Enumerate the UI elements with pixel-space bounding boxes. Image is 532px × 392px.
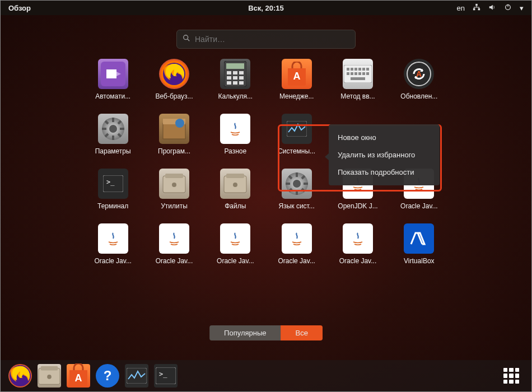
- svg-text:>_: >_: [159, 370, 167, 378]
- app-manager[interactable]: A Менедже...: [270, 59, 323, 100]
- show-apps-button[interactable]: [500, 365, 522, 387]
- app-software[interactable]: Програм...: [148, 114, 200, 155]
- ctx-new-window[interactable]: Новое окно: [329, 129, 440, 146]
- svg-rect-32: [362, 72, 365, 75]
- app-settings-icon: [98, 114, 128, 144]
- svg-rect-19: [239, 81, 244, 85]
- ctx-remove-favorite[interactable]: Удалить из избранного: [329, 146, 440, 164]
- network-icon[interactable]: [473, 3, 480, 13]
- svg-point-38: [109, 125, 117, 133]
- app-label: Oracle Jav...: [156, 257, 193, 265]
- tab-popular[interactable]: Популярные: [209, 325, 281, 340]
- app-web-browser-icon: [159, 59, 189, 89]
- svg-rect-23: [351, 68, 353, 71]
- folder-utils[interactable]: Утилиты: [148, 169, 200, 210]
- power-icon[interactable]: [504, 3, 512, 13]
- app-label: Терминал: [97, 202, 128, 210]
- svg-rect-13: [239, 71, 244, 74]
- app-label: Oracle Jav...: [339, 257, 376, 265]
- app-autostart[interactable]: Автомати...: [87, 59, 139, 100]
- app-web-browser[interactable]: Веб-брауз...: [148, 59, 200, 100]
- app-updates-icon: A: [404, 59, 434, 89]
- app-label: Метод вв...: [340, 92, 375, 100]
- dock-firefox[interactable]: [8, 364, 32, 388]
- tab-all[interactable]: Все: [281, 325, 323, 340]
- svg-text:A: A: [293, 71, 300, 82]
- svg-point-82: [47, 375, 52, 379]
- app-label: Веб-брауз...: [155, 92, 193, 100]
- app-label: Програм...: [158, 147, 190, 155]
- app-virtualbox-icon: [404, 223, 434, 254]
- activities-button[interactable]: Обзор: [8, 4, 31, 12]
- app-label: Утилиты: [161, 202, 188, 210]
- top-bar: Обзор Вск, 20:15 en ▾: [1, 1, 531, 15]
- app-calculator[interactable]: Калькуля...: [209, 59, 262, 100]
- search-bar[interactable]: [176, 30, 356, 49]
- app-input-method-icon: [343, 59, 373, 89]
- search-input[interactable]: [195, 35, 349, 44]
- app-oracle-java-6-icon: [343, 223, 373, 254]
- clock[interactable]: Вск, 20:15: [248, 4, 284, 12]
- svg-rect-26: [362, 68, 365, 71]
- svg-rect-29: [351, 72, 353, 75]
- ctx-show-details[interactable]: Показать подробности: [329, 164, 440, 181]
- svg-point-56: [172, 183, 176, 187]
- app-label: Менедже...: [279, 92, 314, 100]
- app-label: Oracle Jav...: [217, 257, 254, 265]
- app-oracle-java-2[interactable]: Oracle Jav...: [87, 223, 139, 265]
- app-label: Файлы: [225, 202, 246, 210]
- volume-icon[interactable]: [488, 3, 496, 13]
- app-terminal-icon: >_: [98, 169, 128, 199]
- svg-rect-7: [106, 69, 116, 78]
- app-virtualbox[interactable]: VirtualBox: [393, 223, 445, 265]
- svg-text:>_: >_: [106, 178, 115, 186]
- svg-rect-81: [41, 366, 58, 371]
- app-label: OpenJDK J...: [338, 202, 377, 210]
- svg-rect-18: [233, 81, 237, 85]
- svg-rect-25: [358, 68, 361, 71]
- svg-text:?: ?: [104, 368, 112, 383]
- app-terminal[interactable]: >_ Терминал: [87, 169, 139, 210]
- svg-text:A: A: [416, 69, 422, 78]
- app-oracle-java-5[interactable]: Oracle Jav...: [270, 223, 323, 265]
- app-label: Обновлен...: [400, 92, 437, 100]
- app-settings[interactable]: Параметры: [87, 114, 139, 155]
- svg-point-5: [184, 35, 188, 40]
- app-label: Разное: [225, 147, 247, 155]
- app-files[interactable]: Файлы: [209, 169, 262, 210]
- svg-rect-30: [354, 72, 357, 75]
- svg-rect-4: [507, 4, 508, 6]
- app-software-icon: [159, 114, 189, 144]
- dock: A?>_: [1, 360, 531, 391]
- language-indicator[interactable]: en: [457, 4, 465, 12]
- svg-rect-12: [233, 71, 237, 74]
- svg-rect-0: [475, 3, 478, 6]
- svg-rect-14: [227, 76, 231, 80]
- view-tabs: Популярные Все: [209, 325, 323, 340]
- folder-misc[interactable]: Разное: [209, 114, 262, 155]
- app-input-method[interactable]: Метод вв...: [332, 59, 384, 100]
- app-manager-icon: A: [282, 59, 312, 89]
- search-icon: [183, 34, 190, 44]
- context-menu: Новое окноУдалить из избранногоПоказать …: [329, 124, 440, 185]
- app-oracle-java-3[interactable]: Oracle Jav...: [148, 223, 200, 265]
- svg-rect-58: [226, 174, 244, 178]
- app-oracle-java-6[interactable]: Oracle Jav...: [332, 223, 384, 265]
- app-oracle-java-4[interactable]: Oracle Jav...: [209, 223, 262, 265]
- svg-rect-86: [127, 368, 147, 384]
- svg-text:A: A: [75, 372, 82, 384]
- svg-rect-15: [233, 76, 237, 80]
- app-label: Калькуля...: [218, 92, 253, 100]
- app-oracle-java-4-icon: [220, 223, 250, 254]
- svg-rect-55: [165, 174, 183, 178]
- svg-point-59: [233, 183, 237, 187]
- dock-system-monitor[interactable]: [125, 364, 148, 388]
- svg-rect-34: [351, 77, 365, 80]
- svg-rect-24: [354, 68, 357, 71]
- app-updates[interactable]: A Обновлен...: [393, 59, 445, 100]
- dock-software[interactable]: A: [67, 364, 90, 388]
- svg-rect-77: [408, 227, 430, 250]
- dock-files[interactable]: [38, 364, 61, 388]
- dock-help[interactable]: ?: [96, 364, 119, 388]
- dock-terminal[interactable]: >_: [154, 364, 178, 388]
